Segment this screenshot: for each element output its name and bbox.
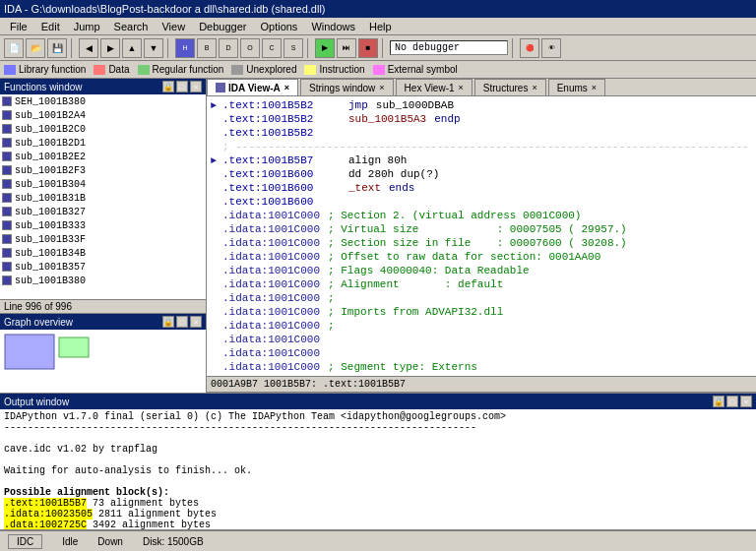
- functions-lock[interactable]: 🔒: [162, 81, 174, 92]
- ida-view-content[interactable]: ► .text:1001B5B2 jmp sub_1000DBAB .text:…: [207, 96, 756, 376]
- func-name-9: sub_1001B333: [15, 220, 86, 231]
- tab-ida-view[interactable]: IDA View-A ×: [207, 79, 298, 95]
- func-sub_1001B327[interactable]: sub_1001B327: [0, 205, 206, 218]
- tb-char[interactable]: C: [262, 38, 282, 58]
- output-content[interactable]: IDAPython v1.7.0 final (serial 0) (c) Th…: [0, 409, 756, 529]
- tb-bin[interactable]: B: [197, 38, 217, 58]
- tab-ida-close[interactable]: ×: [284, 83, 289, 92]
- tb-stop[interactable]: ■: [358, 38, 378, 58]
- menu-options[interactable]: Options: [254, 20, 303, 33]
- func-check-5[interactable]: [2, 165, 12, 175]
- func-name-12: sub_1001B357: [15, 262, 86, 273]
- tb-fwd[interactable]: ▶: [100, 38, 120, 58]
- code-line-5: .text:1001B600 dd 280h dup(?): [211, 167, 752, 181]
- functions-float[interactable]: □: [176, 81, 188, 92]
- func-sub_1001B2E2[interactable]: sub_1001B2E2: [0, 150, 206, 163]
- legend-library-label: Library function: [19, 64, 86, 75]
- func-sub_1001B2C0[interactable]: sub_1001B2C0: [0, 122, 206, 136]
- func-sub_1001B333[interactable]: sub_1001B333: [0, 218, 206, 232]
- legend-data: Data: [94, 64, 129, 75]
- idc-button[interactable]: IDC: [8, 534, 42, 549]
- func-check-4[interactable]: [2, 152, 12, 161]
- menu-edit[interactable]: Edit: [35, 20, 66, 33]
- tb-back[interactable]: ◀: [79, 38, 98, 58]
- menu-debugger[interactable]: Debugger: [193, 20, 252, 33]
- menu-view[interactable]: View: [156, 20, 191, 33]
- graph-lock[interactable]: 🔒: [162, 316, 174, 328]
- tb-open[interactable]: 📂: [26, 38, 45, 58]
- tab-hex-view[interactable]: Hex View-1 ×: [396, 79, 472, 95]
- func-check-9[interactable]: [2, 220, 12, 230]
- menu-help[interactable]: Help: [363, 20, 398, 33]
- tab-enums[interactable]: Enums ×: [548, 79, 605, 95]
- menu-jump[interactable]: Jump: [68, 20, 106, 33]
- func-sub_1001B2D1[interactable]: sub_1001B2D1: [0, 136, 206, 150]
- func-check-11[interactable]: [2, 248, 12, 258]
- tb-step[interactable]: ⏭: [337, 38, 356, 58]
- graph-close[interactable]: ×: [190, 316, 202, 328]
- func-check-12[interactable]: [2, 262, 12, 272]
- tb-sep2: [167, 38, 171, 58]
- func-check-8[interactable]: [2, 207, 12, 216]
- tab-enums-close[interactable]: ×: [592, 83, 597, 92]
- func-SEH_1001B380[interactable]: SEH_1001B380: [0, 94, 206, 108]
- func-check-7[interactable]: [2, 193, 12, 203]
- tb-new[interactable]: 📄: [4, 38, 24, 58]
- tab-hex-close[interactable]: ×: [459, 83, 464, 92]
- func-check-1[interactable]: [2, 110, 12, 120]
- tab-strings-close[interactable]: ×: [379, 83, 384, 92]
- tab-structures-close[interactable]: ×: [532, 83, 536, 92]
- code-idata-10: .idata:1001C000: [211, 333, 752, 346]
- tb-up[interactable]: ▲: [122, 38, 142, 58]
- func-sub_1001B357[interactable]: sub_1001B357: [0, 260, 206, 274]
- tab-strings[interactable]: Strings window ×: [300, 79, 394, 95]
- func-sub_1001B2A4[interactable]: sub_1001B2A4: [0, 108, 206, 122]
- menu-search[interactable]: Search: [108, 20, 155, 33]
- tb-oct[interactable]: O: [240, 38, 260, 58]
- legend-library: Library function: [4, 64, 86, 75]
- tab-structures[interactable]: Structures ×: [474, 79, 546, 95]
- func-check-3[interactable]: [2, 138, 12, 148]
- output-float[interactable]: □: [726, 396, 738, 407]
- graph-float[interactable]: □: [176, 316, 188, 328]
- graph-title-text: Graph overview: [4, 317, 73, 328]
- output-lock[interactable]: 🔒: [713, 396, 724, 407]
- status-idle: Idle: [62, 536, 78, 547]
- func-name-4: sub_1001B2E2: [15, 152, 86, 162]
- func-check-2[interactable]: [2, 124, 12, 134]
- tb-hex[interactable]: H: [175, 38, 195, 58]
- menu-windows[interactable]: Windows: [305, 20, 361, 33]
- func-check-13[interactable]: [2, 276, 12, 285]
- tb-run[interactable]: ▶: [315, 38, 335, 58]
- legend-regular-label: Regular function: [153, 64, 224, 75]
- tb-bp[interactable]: 🔴: [520, 38, 539, 58]
- output-line-7: [4, 476, 752, 487]
- menu-file[interactable]: File: [4, 20, 33, 33]
- tb-sep1: [71, 38, 75, 58]
- func-sub_1001B304[interactable]: sub_1001B304: [0, 177, 206, 191]
- tb-dec[interactable]: D: [219, 38, 238, 58]
- tb-str[interactable]: S: [284, 38, 303, 58]
- func-sub_1001B31B[interactable]: sub_1001B31B: [0, 191, 206, 205]
- func-check-10[interactable]: [2, 234, 12, 244]
- func-check-6[interactable]: [2, 179, 12, 189]
- code-line-4: ► .text:1001B5B7 align 80h: [211, 153, 752, 167]
- tb-down[interactable]: ▼: [144, 38, 163, 58]
- func-sub_1001B33F[interactable]: sub_1001B33F: [0, 232, 206, 246]
- tab-enums-label: Enums: [557, 83, 588, 93]
- status-down: Down: [97, 536, 123, 547]
- debugger-selector[interactable]: No debugger: [390, 40, 508, 55]
- func-sub_1001B380[interactable]: sub_1001B380: [0, 274, 206, 287]
- func-name-1: sub_1001B2A4: [15, 110, 86, 121]
- func-check-0[interactable]: [2, 96, 12, 106]
- tb-watch[interactable]: 👁: [541, 38, 561, 58]
- output-close[interactable]: ×: [740, 396, 752, 407]
- functions-list[interactable]: SEH_1001B380 sub_1001B2A4 sub_1001B2C0 s…: [0, 94, 206, 299]
- legend-instruction-label: Instruction: [319, 64, 364, 75]
- func-name-8: sub_1001B327: [15, 207, 86, 217]
- func-sub_1001B34B[interactable]: sub_1001B34B: [0, 246, 206, 260]
- func-sub_1001B2F3[interactable]: sub_1001B2F3: [0, 163, 206, 177]
- tb-save[interactable]: 💾: [47, 38, 67, 58]
- functions-close[interactable]: ×: [190, 81, 202, 92]
- output-title: Output window 🔒 □ ×: [0, 394, 756, 409]
